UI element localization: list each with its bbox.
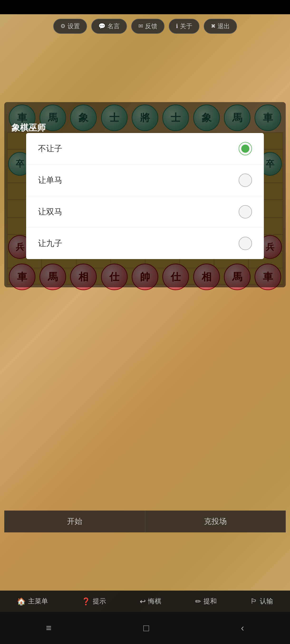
radio-single-horse[interactable] bbox=[239, 174, 252, 187]
radio-double-horse[interactable] bbox=[239, 205, 252, 218]
hint-label: 提示 bbox=[93, 597, 106, 606]
feedback-icon: ✉ bbox=[138, 23, 143, 30]
quotes-icon: 💬 bbox=[98, 23, 106, 30]
draw-label: 提和 bbox=[203, 597, 217, 606]
top-navigation: ⚙ 设置 💬 名言 ✉ 反馈 ℹ 关于 ✖ 退出 bbox=[0, 16, 290, 37]
retract-label: 悔棋 bbox=[148, 597, 161, 606]
dialog-box: 不让子 让单马 让双马 让九子 bbox=[26, 133, 264, 259]
exit-label: 退出 bbox=[217, 22, 230, 30]
quotes-button[interactable]: 💬 名言 bbox=[91, 19, 127, 34]
feedback-label: 反馈 bbox=[145, 22, 157, 30]
main-menu-label: 主菜单 bbox=[28, 597, 48, 606]
about-label: 关于 bbox=[180, 22, 192, 30]
resign-button[interactable]: 🏳 认输 bbox=[250, 597, 273, 606]
main-menu-button[interactable]: 🏠 主菜单 bbox=[17, 597, 48, 606]
draw-button[interactable]: ✏ 提和 bbox=[195, 597, 217, 606]
android-home-button[interactable]: □ bbox=[143, 623, 149, 633]
android-navigation: ≡ □ ‹ bbox=[0, 612, 290, 644]
board-actions: 开始 克投场 bbox=[4, 510, 286, 532]
hint-button[interactable]: ❓ 提示 bbox=[82, 597, 106, 606]
android-back-button[interactable]: ‹ bbox=[241, 623, 244, 633]
option-no-handicap[interactable]: 不让子 bbox=[26, 133, 264, 164]
about-icon: ℹ bbox=[176, 23, 178, 30]
forfeit-button[interactable]: 克投场 bbox=[145, 510, 286, 532]
settings-icon: ⚙ bbox=[60, 23, 66, 30]
android-menu-button[interactable]: ≡ bbox=[46, 623, 51, 633]
bottom-navigation: 🏠 主菜单 ❓ 提示 ↩ 悔棋 ✏ 提和 🏳 认输 bbox=[0, 590, 290, 612]
wood-background bbox=[0, 0, 290, 644]
option-double-horse[interactable]: 让双马 bbox=[26, 196, 264, 228]
option-nine-pieces[interactable]: 让九子 bbox=[26, 228, 264, 259]
resign-label: 认输 bbox=[260, 597, 273, 606]
retract-button[interactable]: ↩ 悔棋 bbox=[140, 597, 161, 606]
settings-label: 设置 bbox=[68, 22, 80, 30]
status-bar bbox=[0, 0, 290, 14]
main-menu-icon: 🏠 bbox=[17, 597, 26, 606]
hint-icon: ❓ bbox=[82, 597, 90, 606]
radio-no-handicap-dot bbox=[241, 144, 249, 153]
dialog-title: 象棋巫师 bbox=[12, 123, 46, 132]
option-single-horse-label: 让单马 bbox=[38, 175, 62, 186]
option-no-handicap-label: 不让子 bbox=[38, 143, 62, 154]
option-nine-pieces-label: 让九子 bbox=[38, 238, 62, 249]
option-double-horse-label: 让双马 bbox=[38, 206, 62, 217]
retract-icon: ↩ bbox=[140, 597, 146, 606]
quotes-label: 名言 bbox=[107, 22, 120, 30]
feedback-button[interactable]: ✉ 反馈 bbox=[131, 19, 164, 34]
radio-nine-pieces[interactable] bbox=[239, 237, 252, 250]
exit-button[interactable]: ✖ 退出 bbox=[204, 19, 237, 34]
radio-no-handicap[interactable] bbox=[239, 142, 252, 155]
settings-button[interactable]: ⚙ 设置 bbox=[53, 19, 87, 34]
option-single-horse[interactable]: 让单马 bbox=[26, 164, 264, 196]
about-button[interactable]: ℹ 关于 bbox=[169, 19, 199, 34]
draw-icon: ✏ bbox=[195, 597, 201, 606]
start-button[interactable]: 开始 bbox=[4, 510, 145, 532]
exit-icon: ✖ bbox=[211, 23, 216, 30]
resign-icon: 🏳 bbox=[250, 597, 257, 605]
